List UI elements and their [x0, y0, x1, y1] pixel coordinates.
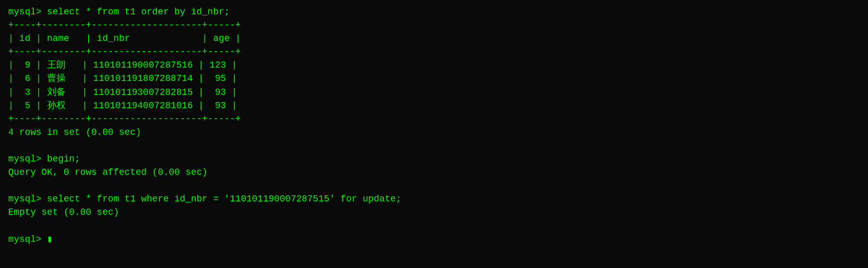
output-line-2: | id | name | id_nbr | age |	[8, 32, 860, 45]
prompt-line-11: mysql> begin;	[8, 152, 860, 166]
output-line-12: Query OK, 0 rows affected (0.00 sec)	[8, 166, 860, 179]
output-line-3: +----+--------+--------------------+----…	[8, 45, 860, 58]
output-line-5: | 6 | 曹操 | 110101191807288714 | 95 |	[8, 72, 860, 85]
prompt-line-14: mysql> select * from t1 where id_nbr = '…	[8, 192, 860, 205]
empty-line-16	[8, 219, 860, 233]
output-line-1: +----+--------+--------------------+----…	[8, 18, 860, 32]
prompt-line-0: mysql> select * from t1 order by id_nbr;	[8, 5, 860, 18]
prompt-line-17: mysql> ▮	[8, 233, 860, 246]
output-line-8: +----+--------+--------------------+----…	[8, 112, 860, 126]
terminal-window: mysql> select * from t1 order by id_nbr;…	[8, 5, 860, 263]
output-line-7: | 5 | 孙权 | 110101194007281016 | 93 |	[8, 99, 860, 112]
empty-line-10	[8, 139, 860, 152]
output-line-15: Empty set (0.00 sec)	[8, 205, 860, 219]
output-line-9: 4 rows in set (0.00 sec)	[8, 126, 860, 139]
output-line-4: | 9 | 王朗 | 110101190007287516 | 123 |	[8, 58, 860, 72]
empty-line-13	[8, 179, 860, 192]
output-line-6: | 3 | 刘备 | 110101193007282815 | 93 |	[8, 86, 860, 99]
